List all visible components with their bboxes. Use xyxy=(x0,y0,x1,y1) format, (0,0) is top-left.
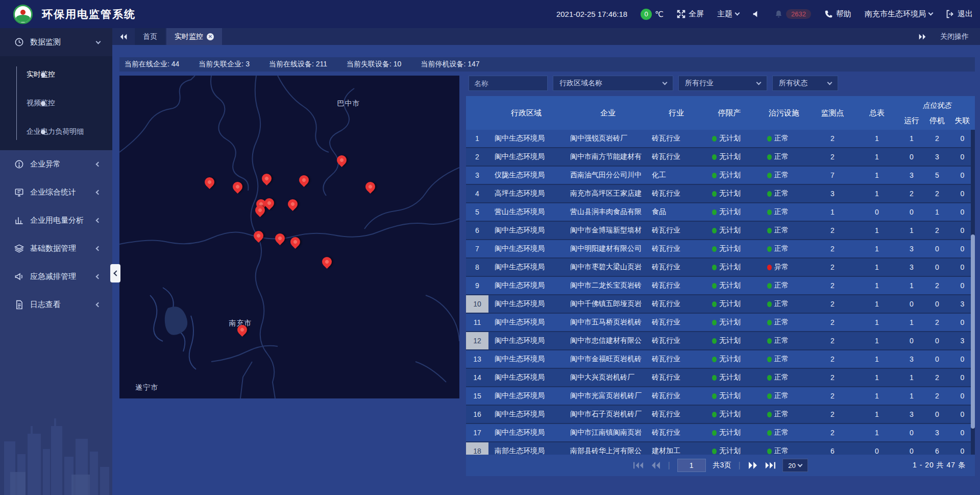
sidebar-item-1[interactable]: 企业异常 xyxy=(0,150,112,178)
mute-button[interactable] xyxy=(752,10,761,18)
log-file-icon xyxy=(14,300,24,310)
sidebar-item-3[interactable]: 企业用电量分析 xyxy=(0,206,112,234)
sidebar-item-0[interactable]: 数据监测 xyxy=(0,28,112,56)
cell-total-meter: 1 xyxy=(855,277,899,294)
cityscape-decoration xyxy=(0,406,112,495)
table-row-9[interactable]: 9阆中生态环境局阆中市二龙长宝页岩砖砖瓦行业无计划正常21120 xyxy=(466,277,975,295)
sidebar-collapse-handle[interactable] xyxy=(110,264,120,282)
top-header-bar: 环保用电监管系统 2021-02-25 17:46:18 0 ℃ 全屏 主题 xyxy=(0,0,980,28)
cell-company: 营山县润丰肉食品有限 xyxy=(564,203,652,221)
scrollbar-thumb[interactable] xyxy=(971,234,975,429)
plan-label: 无计划 xyxy=(719,391,741,400)
cell-plan-status: 无计划 xyxy=(701,314,758,331)
page-number-input[interactable] xyxy=(677,459,706,472)
table-row-7[interactable]: 7阆中生态环境局阆中明阳建材有限公司砖瓦行业无计划正常21300 xyxy=(466,240,975,258)
region-filter-select[interactable]: 行政区域名称 xyxy=(553,76,673,91)
collapse-tabs-button[interactable] xyxy=(112,28,135,45)
name-filter-input[interactable] xyxy=(469,76,548,91)
table-row-6[interactable]: 6阆中生态环境局阆中市金博瑞新型墙材砖瓦行业无计划正常21120 xyxy=(466,222,975,240)
megaphone-icon xyxy=(14,272,24,281)
facility-label: 正常 xyxy=(774,410,789,419)
table-row-11[interactable]: 11阆中生态环境局阆中市五马桥页岩机砖砖瓦行业无计划正常21120 xyxy=(466,314,975,332)
cell-industry: 砖瓦行业 xyxy=(652,277,701,294)
column-header-offline: 失联 xyxy=(950,111,975,130)
table-row-3[interactable]: 3仪陇生态环境局西南油气田分公司川中化工无计划正常71350 xyxy=(466,167,975,185)
page-size-select[interactable]: 20 xyxy=(782,459,808,472)
cell-monitor-count: 1 xyxy=(810,203,855,221)
cell-monitor-count: 2 xyxy=(810,406,855,423)
cell-total-meter: 1 xyxy=(855,332,899,349)
sidebar-item-2[interactable]: 企业综合统计 xyxy=(0,178,112,206)
status-dot-green xyxy=(767,283,772,289)
main-content: 当前在线企业: 44当前失联企业: 3当前在线设备: 211当前失联设备: 10… xyxy=(112,45,980,495)
table-row-5[interactable]: 5营山生态环境局营山县润丰肉食品有限食品无计划正常10010 xyxy=(466,203,975,222)
table-row-18[interactable]: 18南部生态环境局南部县砖华上河有限公建材加工无计划正常60060 xyxy=(466,442,975,455)
app-logo-icon xyxy=(13,5,33,24)
table-row-2[interactable]: 2阆中生态环境局阆中市南方节能建材有砖瓦行业无计划正常21030 xyxy=(466,148,975,167)
submenu-item-视频监控[interactable]: 视频监控 xyxy=(0,89,112,117)
city-label-遂宁市: 遂宁市 xyxy=(135,383,158,392)
table-row-16[interactable]: 16阆中生态环境局阆中市石子页岩机砖厂砖瓦行业无计划正常21300 xyxy=(466,406,975,424)
table-row-1[interactable]: 1阆中生态环境局阆中强锐页岩砖厂砖瓦行业无计划正常21120 xyxy=(466,130,975,148)
map-panel[interactable]: 巴中市南充市遂宁市 xyxy=(119,76,459,398)
cell-stopped-count: 0 xyxy=(924,350,950,368)
table-row-4[interactable]: 4高坪生态环境局南充市高坪区王家店建砖瓦行业无计划正常31220 xyxy=(466,185,975,203)
tab-close-icon[interactable]: ✕ xyxy=(207,33,214,40)
table-row-13[interactable]: 13阆中生态环境局阆中市金福旺页岩机砖砖瓦行业无计划正常21300 xyxy=(466,350,975,369)
cell-company: 南充市高坪区王家店建 xyxy=(564,185,652,202)
cell-industry: 食品 xyxy=(652,203,701,221)
sidebar-item-6[interactable]: 日志查看 xyxy=(0,291,112,319)
column-header-company: 企业 xyxy=(564,96,652,130)
row-index: 6 xyxy=(466,222,488,239)
table-row-10[interactable]: 10阆中生态环境局阆中千佛镇五郎垭页岩砖瓦行业无计划正常21003 xyxy=(466,295,975,314)
notifications-button[interactable]: 2632 xyxy=(774,9,811,19)
pagination-bar: | 共3页 | 20 1 - 20 共 47 条 xyxy=(466,455,975,476)
table-row-17[interactable]: 17阆中生态环境局阆中市江南镇阆南页岩砖瓦行业无计划正常21030 xyxy=(466,424,975,442)
bell-icon xyxy=(774,10,783,18)
theme-dropdown[interactable]: 主题 xyxy=(717,9,739,19)
status-dot-green xyxy=(767,375,772,381)
plan-label: 无计划 xyxy=(719,226,741,235)
cell-region: 仪陇生态环境局 xyxy=(488,167,564,184)
status-dot-green xyxy=(712,338,717,344)
cell-industry: 砖瓦行业 xyxy=(652,314,701,331)
status-dot-green xyxy=(712,154,717,160)
next-page-button[interactable] xyxy=(748,462,758,469)
cell-company: 阆中市光富页岩机砖厂 xyxy=(564,387,652,405)
cell-total-meter: 1 xyxy=(855,222,899,239)
logout-button[interactable]: 退出 xyxy=(946,9,973,19)
prev-page-button[interactable] xyxy=(650,462,660,469)
double-chevron-right-icon[interactable] xyxy=(918,34,927,40)
fullscreen-button[interactable]: 全屏 xyxy=(677,9,704,19)
tab-实时监控[interactable]: 实时监控✕ xyxy=(166,28,222,45)
org-dropdown[interactable]: 南充市生态环境局 xyxy=(865,9,933,19)
sidebar-item-4[interactable]: 基础数据管理 xyxy=(0,234,112,263)
status-dot-green xyxy=(712,191,717,197)
table-scrollbar[interactable] xyxy=(971,130,975,455)
table-row-14[interactable]: 14阆中生态环境局阆中大兴页岩机砖厂砖瓦行业无计划正常21120 xyxy=(466,369,975,387)
pager-divider: | xyxy=(738,461,740,470)
status-dot-green xyxy=(712,301,717,307)
cell-total-meter: 1 xyxy=(855,167,899,184)
close-operations-button[interactable]: 关闭操作 xyxy=(940,32,969,41)
cell-running-count: 3 xyxy=(899,258,924,276)
table-row-8[interactable]: 8阆中生态环境局阆中市枣碧大梁山页岩砖瓦行业无计划异常21300 xyxy=(466,258,975,277)
submenu-item-企业电力负荷明细[interactable]: 企业电力负荷明细 xyxy=(0,117,112,146)
status-filter-select[interactable]: 所有状态 xyxy=(772,76,838,91)
submenu-item-label: 企业电力负荷明细 xyxy=(27,127,84,136)
help-button[interactable]: 帮助 xyxy=(824,9,851,19)
table-row-12[interactable]: 12阆中生态环境局阆中市忠信建材有限公砖瓦行业无计划正常21003 xyxy=(466,332,975,350)
first-page-button[interactable] xyxy=(633,462,643,469)
cell-plan-status: 无计划 xyxy=(701,424,758,441)
row-index: 7 xyxy=(466,240,488,257)
last-page-button[interactable] xyxy=(765,462,775,469)
cell-stopped-count: 5 xyxy=(924,167,950,184)
sidebar-item-5[interactable]: 应急减排管理 xyxy=(0,263,112,291)
submenu-item-实时监控[interactable]: 实时监控 xyxy=(0,60,112,89)
facility-label: 正常 xyxy=(774,189,789,198)
facility-label: 异常 xyxy=(774,263,789,272)
industry-filter-select[interactable]: 所有行业 xyxy=(678,76,767,91)
cell-region: 阆中生态环境局 xyxy=(488,222,564,239)
tab-首页[interactable]: 首页 xyxy=(135,28,165,45)
table-row-15[interactable]: 15阆中生态环境局阆中市光富页岩机砖厂砖瓦行业无计划正常21120 xyxy=(466,387,975,406)
